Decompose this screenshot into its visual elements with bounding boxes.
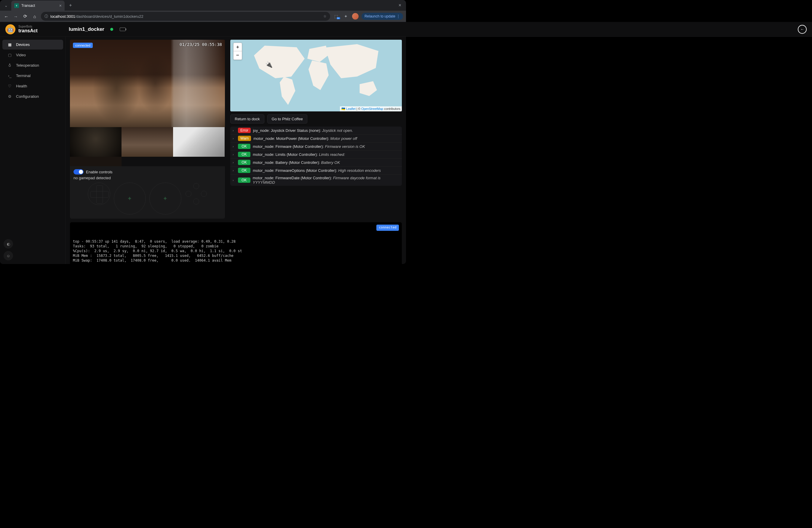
gamepad-status: no gamepad detected: [73, 176, 221, 180]
url-text: localhost:3001/dashboard/devices/d_lumin…: [50, 14, 321, 19]
left-stick-icon: ✦: [114, 182, 146, 215]
browser-tab[interactable]: T Transact ×: [11, 1, 64, 11]
terminal[interactable]: connected top - 00:55:37 up 141 days, 8:…: [70, 222, 402, 264]
diagnostic-text: motor_node: FirmwareOptions (Motor Contr…: [253, 168, 381, 173]
bookmark-icon[interactable]: ☆: [323, 14, 327, 18]
site-info-icon[interactable]: ⓘ: [44, 14, 48, 19]
video-icon: ▢: [7, 53, 12, 57]
sidebar-item-label: Terminal: [16, 73, 30, 78]
diagnostic-row[interactable]: ›Warnmotor_node: MotorPower (Motor Contr…: [230, 134, 402, 143]
dpad-icon: [88, 182, 110, 205]
sidebar-item-terminal[interactable]: ›_Terminal: [2, 71, 63, 80]
gamepad-visualization: ✦ ✦: [73, 182, 221, 215]
video-thumbnail-4[interactable]: [70, 157, 121, 166]
reload-button[interactable]: ⟳: [22, 14, 28, 19]
chevron-right-icon: ›: [233, 136, 236, 140]
diagnostic-badge: Warn: [238, 136, 251, 141]
extensions-badge-icon[interactable]: ⬚: [333, 14, 339, 19]
diagnostics-list: ›Errorjoy_node: Joystick Driver Status (…: [230, 127, 402, 186]
diagnostic-text: motor_node: FirmwareDate (Motor Controll…: [253, 176, 400, 185]
chevron-right-icon: ›: [233, 178, 236, 182]
configuration-icon: ⚙: [7, 94, 12, 99]
sidebar-item-label: Video: [16, 53, 26, 57]
brand-name: transAct: [18, 28, 38, 33]
relaunch-button[interactable]: Relaunch to update⋮: [362, 13, 403, 20]
battery-icon: [120, 28, 126, 31]
chevron-right-icon: ›: [233, 161, 236, 164]
sidebar-item-label: Teleoperation: [16, 63, 39, 68]
go-to-philz-button[interactable]: Go to Philz Coffee: [267, 114, 307, 123]
tab-title: Transact: [21, 3, 57, 8]
chevron-right-icon: ›: [233, 152, 236, 156]
sidebar-item-teleoperation[interactable]: ♁Teleoperation: [2, 60, 63, 70]
profile-avatar[interactable]: [352, 13, 359, 19]
brand[interactable]: 🤖 SuperBots transAct: [5, 24, 64, 34]
diagnostic-text: motor_node: Battery (Motor Controller): …: [253, 160, 340, 165]
diagnostic-badge: OK: [238, 160, 250, 165]
diagnostic-row[interactable]: ›OKmotor_node: FirmwareDate (Motor Contr…: [230, 175, 402, 186]
face-buttons-icon: [185, 182, 207, 205]
diagnostic-text: motor_node: MotorPower (Motor Controller…: [253, 136, 357, 141]
right-stick-icon: ✦: [149, 182, 182, 215]
sidebar-item-label: Health: [16, 84, 27, 88]
terminal-connection-badge: connected: [376, 224, 399, 231]
device-name: lumin1_docker: [69, 26, 104, 32]
map[interactable]: + − 🔌 🇺🇦 Leaflet | © OpenStreetMap contr…: [230, 40, 402, 112]
return-to-dock-button[interactable]: Return to dock: [230, 114, 264, 123]
video-main-feed[interactable]: connected 01/23/25 00:55:38: [70, 40, 225, 127]
video-thumbnail-3[interactable]: [173, 127, 224, 157]
theme-toggle-icon[interactable]: ◐: [3, 239, 13, 249]
back-button[interactable]: ←: [3, 14, 10, 19]
chevron-right-icon: ›: [233, 129, 236, 132]
sidebar: ▦Devices▢Video♁Teleoperation›_Terminal♡H…: [0, 22, 66, 264]
tab-close-icon[interactable]: ×: [59, 3, 62, 8]
window-close-icon[interactable]: ×: [396, 1, 404, 9]
sidebar-item-label: Devices: [16, 42, 30, 47]
diagnostic-row[interactable]: ›OKmotor_node: Firmware (Motor Controlle…: [230, 143, 402, 150]
status-dot-icon: [110, 28, 113, 31]
diagnostic-text: motor_node: Limits (Motor Controller): L…: [253, 152, 345, 157]
brand-super: SuperBots: [18, 25, 38, 28]
forward-button[interactable]: →: [12, 14, 19, 19]
diagnostic-row[interactable]: ›OKmotor_node: Battery (Motor Controller…: [230, 159, 402, 166]
devices-icon: ▦: [7, 42, 12, 47]
sidebar-item-configuration[interactable]: ⚙Configuration: [2, 91, 63, 101]
enable-controls-label: Enable controls: [86, 170, 113, 174]
map-zoom-out[interactable]: −: [233, 51, 242, 60]
tab-favicon: T: [14, 3, 19, 8]
extensions-icon[interactable]: ✦: [343, 14, 349, 19]
sidebar-item-health[interactable]: ♡Health: [2, 81, 63, 91]
diagnostic-badge: OK: [238, 168, 250, 173]
tab-dropdown[interactable]: ⌄: [2, 2, 10, 9]
address-bar[interactable]: ⓘ localhost:3001/dashboard/devices/d_lum…: [41, 12, 330, 21]
user-icon[interactable]: ☺: [3, 251, 13, 261]
diagnostic-text: motor_node: Firmware (Motor Controller):…: [253, 144, 365, 149]
map-attribution: 🇺🇦 Leaflet | © OpenStreetMap contributor…: [340, 106, 402, 112]
map-marker-icon[interactable]: 🔌: [265, 61, 273, 68]
chevron-right-icon: ›: [233, 145, 236, 148]
sidebar-item-devices[interactable]: ▦Devices: [2, 40, 63, 49]
home-button[interactable]: ⌂: [31, 14, 38, 19]
diagnostic-text: joy_node: Joystick Driver Status (none):…: [253, 128, 353, 133]
video-thumbnail-2[interactable]: [121, 127, 173, 157]
video-thumbnail-1[interactable]: [70, 127, 121, 157]
enable-controls-toggle[interactable]: [73, 169, 84, 175]
diagnostic-badge: OK: [238, 144, 250, 149]
diagnostic-row[interactable]: ›Errorjoy_node: Joystick Driver Status (…: [230, 127, 402, 134]
health-icon: ♡: [7, 84, 12, 88]
sidebar-item-label: Configuration: [16, 94, 39, 99]
diagnostic-badge: OK: [238, 177, 250, 183]
map-zoom-in[interactable]: +: [233, 43, 242, 51]
diagnostic-badge: OK: [238, 152, 250, 157]
new-tab-button[interactable]: +: [67, 1, 75, 10]
terminal-icon: ›_: [7, 73, 12, 78]
diagnostic-row[interactable]: ›OKmotor_node: FirmwareOptions (Motor Co…: [230, 166, 402, 175]
video-connection-badge: connected: [73, 43, 93, 48]
video-timestamp: 01/23/25 00:55:38: [179, 42, 222, 47]
teleoperation-icon: ♁: [7, 63, 12, 68]
sidebar-item-video[interactable]: ▢Video: [2, 50, 63, 60]
diagnostic-row[interactable]: ›OKmotor_node: Limits (Motor Controller)…: [230, 150, 402, 159]
chevron-right-icon: ›: [233, 168, 236, 172]
diagnostic-badge: Error: [238, 128, 251, 133]
brand-logo-icon: 🤖: [5, 24, 15, 34]
